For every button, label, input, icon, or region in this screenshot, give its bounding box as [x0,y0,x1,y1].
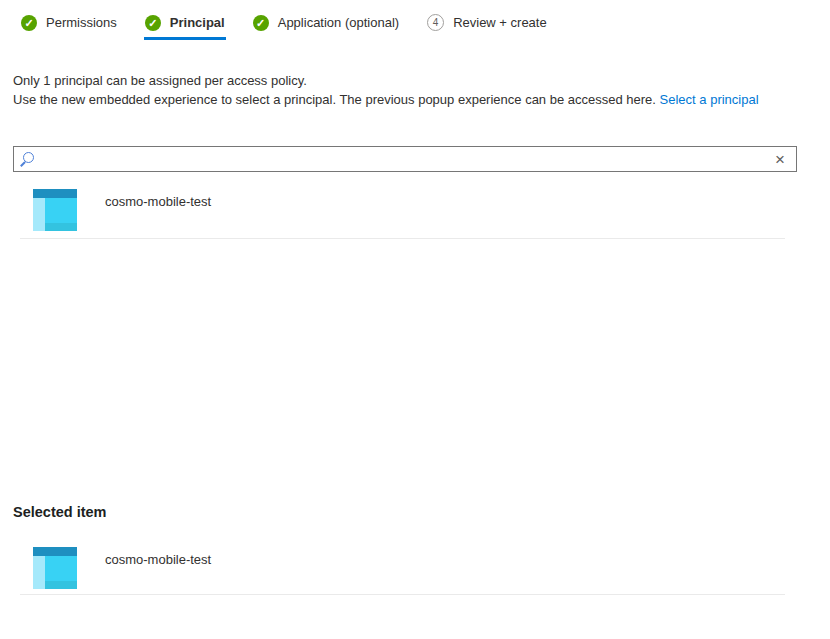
tab-permissions[interactable]: ✓ Permissions [20,8,118,40]
select-a-principal-link[interactable]: Select a principal [660,92,759,107]
step-complete-check-icon: ✓ [21,15,37,31]
tab-principal[interactable]: ✓ Principal [144,8,226,40]
application-icon [33,189,77,231]
info-line-1: Only 1 principal can be assigned per acc… [13,71,759,90]
tab-label: Application (optional) [278,15,399,30]
selected-principal-name: cosmo-mobile-test [105,552,211,567]
tab-label: Principal [170,15,225,30]
selected-row-divider [20,594,785,595]
selected-item-heading: Selected item [13,504,107,520]
principal-result-row[interactable]: cosmo-mobile-test [33,189,211,231]
tab-label: Review + create [453,15,547,30]
access-policy-wizard: ✓ Permissions ✓ Principal ✓ Application … [0,0,830,639]
step-complete-check-icon: ✓ [253,15,269,31]
principal-search-box: × [13,146,797,172]
info-line-2: Use the new embedded experience to selec… [13,90,759,109]
application-icon [33,547,77,589]
step-complete-check-icon: ✓ [145,15,161,31]
search-input[interactable] [43,148,764,170]
result-row-divider [20,238,785,239]
principal-name: cosmo-mobile-test [105,194,211,209]
search-icon [23,152,34,163]
wizard-step-tabs: ✓ Permissions ✓ Principal ✓ Application … [20,8,548,40]
tab-application-optional[interactable]: ✓ Application (optional) [252,8,400,40]
principal-info-text: Only 1 principal can be assigned per acc… [13,71,759,109]
tab-review-create[interactable]: 4 Review + create [426,8,548,40]
selected-item-row[interactable]: cosmo-mobile-test [33,547,211,589]
clear-search-icon[interactable]: × [773,151,787,168]
info-line-2-text: Use the new embedded experience to selec… [13,92,656,107]
step-number-icon: 4 [427,14,444,31]
tab-label: Permissions [46,15,117,30]
